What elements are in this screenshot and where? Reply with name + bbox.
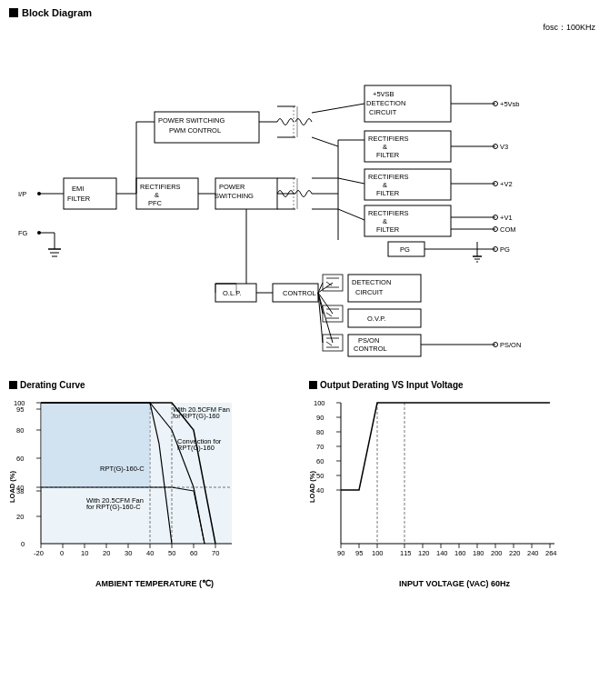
svg-text:100: 100: [372, 549, 384, 557]
svg-text:115: 115: [400, 549, 412, 557]
pson-out-label: PS/ON: [500, 341, 521, 349]
rf2-text1: RECTIFIERS: [368, 173, 409, 181]
svg-text:160: 160: [454, 549, 466, 557]
page: Block Diagram fosc：100KHz text { font-fa…: [0, 0, 609, 700]
svg-text:0: 0: [60, 549, 64, 557]
derating-square: [9, 381, 17, 389]
svg-line-37: [338, 178, 364, 184]
rf1-text3: FILTER: [376, 151, 400, 159]
pson-text2: CONTROL: [354, 345, 387, 353]
derating-curve-section: Derating Curve 100 95: [9, 380, 300, 588]
output-x-label: INPUT VOLTAGE (VAC) 60Hz: [309, 579, 600, 588]
svg-text:140: 140: [436, 549, 448, 557]
svg-text:30: 30: [125, 549, 132, 557]
pwm-text1: POWER SWITCHING: [158, 116, 225, 125]
block-diagram-svg: text { font-family: Arial, sans-serif; f…: [14, 31, 595, 358]
svg-text:38: 38: [16, 487, 24, 495]
charts-area: Derating Curve 100 95: [9, 380, 600, 588]
pg-box-text: PG: [400, 245, 410, 254]
svg-line-38: [338, 209, 364, 220]
ip-label: I/P: [18, 190, 26, 198]
svg-text:50: 50: [316, 472, 324, 480]
svg-text:20: 20: [16, 513, 24, 521]
svg-text:100: 100: [314, 399, 325, 407]
svg-text:70: 70: [212, 549, 219, 557]
svg-text:200: 200: [491, 549, 503, 557]
derating-y-axis-label: LOAD (%): [9, 471, 16, 503]
rf3-text2: &: [383, 217, 387, 225]
v1-out-label: +V1: [500, 214, 513, 222]
block-diagram-title: Block Diagram: [22, 7, 92, 18]
v5sb-detect-text1: +5VSB: [373, 90, 394, 98]
svg-text:120: 120: [418, 549, 430, 557]
annotation4b: for RPT(G)-160-C: [86, 503, 141, 511]
svg-text:-20: -20: [34, 549, 44, 557]
output-derating-chart-container: 100 90 80 70 60 50 40 90: [309, 394, 600, 588]
power-switching-text2: SWITCHING: [215, 192, 254, 200]
v5sb-out-label: +5Vsb: [500, 100, 519, 108]
com-out-label: COM: [500, 225, 516, 234]
ovp-text: O.V.P.: [367, 315, 385, 323]
rect-pfc-text3: PFC: [148, 199, 163, 207]
pson-text1: PS/ON: [358, 336, 379, 345]
rect-pfc-text1: RECTIFIERS: [140, 183, 181, 191]
svg-text:60: 60: [316, 457, 324, 465]
svg-text:40: 40: [316, 486, 324, 495]
emi-filter-text: EMI: [72, 185, 84, 193]
control-text: CONTROL: [283, 289, 316, 297]
annotation1b: for RPT(G)-160: [173, 412, 220, 420]
rf1-text1: RECTIFIERS: [368, 135, 409, 143]
power-switching-text1: POWER: [219, 183, 245, 191]
rf3-text1: RECTIFIERS: [368, 209, 409, 217]
svg-text:180: 180: [473, 549, 484, 557]
pwm-text2: PWM CONTROL: [169, 126, 221, 135]
svg-text:80: 80: [16, 426, 24, 435]
derating-curve-title: Derating Curve: [9, 380, 300, 390]
svg-text:60: 60: [16, 455, 24, 463]
output-y-axis-label: LOAD (%): [309, 471, 316, 503]
svg-rect-8: [64, 178, 116, 209]
svg-line-67: [326, 313, 332, 316]
annotation2: RPT(G)-160-C: [100, 465, 145, 473]
fg-label: FG: [18, 229, 28, 237]
rf3-text3: FILTER: [376, 225, 400, 234]
svg-text:220: 220: [509, 549, 521, 557]
svg-text:95: 95: [16, 405, 24, 414]
svg-text:95: 95: [355, 549, 363, 557]
block-diagram-area: fosc：100KHz text { font-family: Arial, s…: [14, 22, 595, 376]
v2-out-label: +V2: [500, 180, 513, 188]
emi-filter-text2: FILTER: [67, 195, 91, 203]
output-derating-chart-svg: 100 90 80 70 60 50 40 90: [309, 394, 582, 575]
rect-pfc-text2: &: [155, 191, 159, 199]
svg-marker-125: [41, 403, 150, 487]
pg-out-label: PG: [500, 245, 510, 254]
rf2-text3: FILTER: [376, 189, 400, 197]
annotation3b: RPT(G)-160: [177, 444, 215, 452]
v3-out-label: V3: [500, 143, 508, 151]
svg-text:60: 60: [190, 549, 197, 557]
block-diagram-header: Block Diagram: [9, 7, 600, 18]
rf1-text2: &: [383, 143, 387, 151]
svg-text:0: 0: [21, 540, 25, 548]
svg-line-39: [312, 137, 338, 146]
svg-text:90: 90: [337, 549, 344, 557]
detect-circuit-text1: DETECTION: [352, 278, 391, 286]
svg-text:10: 10: [81, 549, 88, 557]
rf2-text2: &: [383, 181, 387, 189]
output-derating-section: Output Derating VS Input Voltage 100 90 …: [309, 380, 600, 588]
v5sb-detect-text3: CIRCUIT: [369, 108, 397, 116]
svg-line-71: [326, 342, 332, 345]
svg-text:240: 240: [527, 549, 539, 557]
detect-circuit-text2: CIRCUIT: [355, 288, 384, 296]
svg-text:264: 264: [545, 549, 557, 557]
svg-text:50: 50: [168, 549, 175, 557]
olp-text: O.L.P.: [223, 289, 241, 297]
svg-text:20: 20: [103, 549, 110, 557]
svg-text:70: 70: [316, 443, 324, 451]
svg-text:90: 90: [316, 414, 324, 422]
svg-text:40: 40: [146, 549, 154, 557]
output-derating-title: Output Derating VS Input Voltage: [309, 380, 600, 390]
svg-text:80: 80: [316, 428, 324, 436]
output-derating-square: [309, 381, 317, 389]
v5sb-detect-text2: DETECTION: [366, 99, 405, 107]
